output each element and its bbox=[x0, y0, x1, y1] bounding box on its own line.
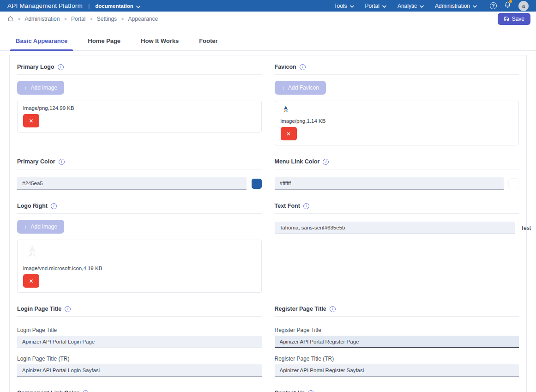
breadcrumb: > Administration > Portal > Settings > A… bbox=[7, 16, 158, 22]
uploaded-file-card: image/vnd.microsoft.icon,4.19 KB ✕ bbox=[17, 240, 262, 293]
home-icon[interactable] bbox=[7, 16, 13, 22]
menu-portal-label: Portal bbox=[365, 3, 379, 9]
chevron-down-icon bbox=[420, 3, 424, 9]
uploaded-file-card: image/png,1.14 KB ✕ bbox=[275, 101, 519, 145]
tab-how-it-works[interactable]: How It Works bbox=[139, 34, 181, 50]
register-page-title-input[interactable] bbox=[275, 336, 519, 348]
register-page-title-tr-input[interactable] bbox=[275, 364, 519, 377]
app-title: API Management Platform bbox=[7, 2, 83, 9]
save-button-label: Save bbox=[512, 16, 524, 22]
tab-home-page[interactable]: Home Page bbox=[86, 34, 122, 50]
remove-file-button[interactable]: ✕ bbox=[23, 274, 39, 288]
add-image-button[interactable]: + Add image bbox=[17, 220, 64, 234]
info-icon[interactable]: i bbox=[59, 159, 65, 165]
section-title: Text Font bbox=[275, 203, 300, 209]
section-favicon: Favicon i + Add Favicon image/png,1.14 K… bbox=[275, 61, 519, 145]
menu-portal[interactable]: Portal bbox=[365, 3, 386, 9]
remove-file-button[interactable]: ✕ bbox=[281, 127, 297, 140]
top-navbar: API Management Platform | documentation … bbox=[0, 0, 536, 12]
info-icon[interactable]: i bbox=[58, 64, 64, 70]
breadcrumb-separator: > bbox=[121, 16, 124, 22]
add-image-label: Add image bbox=[31, 223, 57, 230]
breadcrumb-bar: > Administration > Portal > Settings > A… bbox=[0, 12, 536, 26]
tab-bar: Basic Appearance Home Page How It Works … bbox=[0, 34, 536, 51]
info-icon[interactable]: i bbox=[308, 390, 314, 392]
plus-icon: + bbox=[24, 85, 28, 91]
close-icon: ✕ bbox=[286, 131, 291, 137]
navbar-icons: ? a bbox=[490, 1, 529, 11]
info-icon[interactable]: i bbox=[300, 64, 306, 70]
breadcrumb-portal[interactable]: Portal bbox=[71, 16, 85, 22]
menu-analytic-label: Analytic bbox=[397, 3, 417, 9]
field-label: Login Page Title bbox=[17, 327, 262, 333]
section-title: Contact Us bbox=[275, 390, 305, 392]
section-title: Favicon bbox=[275, 64, 296, 70]
chevron-down-icon bbox=[382, 3, 386, 9]
breadcrumb-administration[interactable]: Administration bbox=[24, 16, 60, 22]
navbar-menu: Tools Portal Analytic Administration ? a bbox=[334, 1, 529, 11]
chevron-down-icon bbox=[136, 2, 140, 10]
tab-basic-appearance[interactable]: Basic Appearance bbox=[14, 34, 69, 50]
field-label: Register Page Title bbox=[275, 327, 519, 333]
file-info: image/png,1.14 KB bbox=[281, 118, 513, 124]
primary-color-input[interactable] bbox=[17, 177, 247, 190]
notification-badge bbox=[509, 0, 512, 3]
section-title: Component Link Color bbox=[17, 390, 79, 392]
info-icon[interactable]: i bbox=[83, 390, 89, 392]
login-page-title-input[interactable] bbox=[17, 336, 262, 348]
plus-icon: + bbox=[24, 224, 28, 230]
section-text-font: Text Font i Test bbox=[275, 200, 519, 234]
section-title: Logo Right bbox=[17, 203, 48, 209]
navbar-divider: | bbox=[88, 2, 90, 9]
add-favicon-label: Add Favicon bbox=[288, 84, 319, 91]
section-title: Primary Color bbox=[17, 158, 55, 165]
tab-footer[interactable]: Footer bbox=[197, 34, 219, 50]
breadcrumb-separator: > bbox=[90, 16, 92, 22]
save-button[interactable]: Save bbox=[498, 13, 530, 25]
breadcrumb-settings[interactable]: Settings bbox=[97, 16, 117, 22]
menu-tools[interactable]: Tools bbox=[334, 3, 354, 9]
info-icon[interactable]: i bbox=[51, 203, 57, 209]
menu-analytic[interactable]: Analytic bbox=[397, 3, 424, 9]
menu-link-color-swatch[interactable] bbox=[509, 179, 519, 189]
chevron-down-icon bbox=[473, 3, 477, 9]
uploaded-file-card: image/png,124.99 KB ✕ bbox=[17, 101, 262, 133]
section-component-link-color: Component Link Color i bbox=[17, 387, 262, 392]
remove-file-button[interactable]: ✕ bbox=[23, 114, 39, 127]
section-register-page-title: Register Page Title i Register Page Titl… bbox=[275, 303, 519, 377]
section-contact-us: Contact Us i bbox=[275, 387, 519, 392]
section-title: Register Page Title bbox=[275, 306, 326, 312]
menu-administration[interactable]: Administration bbox=[435, 3, 477, 9]
section-logo-right: Logo Right i + Add image image/vnd.micro… bbox=[17, 200, 262, 293]
breadcrumb-appearance[interactable]: Appearance bbox=[128, 16, 158, 22]
field-label: Login Page Title (TR) bbox=[17, 356, 262, 362]
text-font-input[interactable] bbox=[275, 222, 515, 234]
section-title: Login Page Title bbox=[17, 306, 61, 312]
file-info: image/png,124.99 KB bbox=[23, 105, 256, 111]
project-switcher[interactable]: documentation bbox=[95, 2, 140, 10]
notifications-button[interactable] bbox=[504, 1, 511, 10]
info-icon[interactable]: i bbox=[323, 159, 329, 165]
primary-color-swatch[interactable] bbox=[252, 179, 262, 189]
section-login-page-title: Login Page Title i Login Page Title Logi… bbox=[17, 303, 262, 377]
save-icon bbox=[504, 16, 509, 22]
favicon-preview-image bbox=[281, 105, 513, 117]
add-favicon-button[interactable]: + Add Favicon bbox=[275, 81, 326, 95]
info-icon[interactable]: i bbox=[65, 306, 71, 312]
close-icon: ✕ bbox=[29, 278, 33, 284]
project-name: documentation bbox=[95, 3, 133, 9]
close-icon: ✕ bbox=[29, 118, 33, 124]
test-font-button[interactable]: Test bbox=[521, 225, 531, 231]
info-icon[interactable]: i bbox=[303, 203, 309, 209]
plus-icon: + bbox=[282, 85, 285, 91]
info-icon[interactable]: i bbox=[330, 306, 336, 312]
menu-tools-label: Tools bbox=[334, 3, 347, 9]
section-title: Menu Link Color bbox=[275, 158, 320, 165]
login-page-title-tr-input[interactable] bbox=[17, 364, 262, 377]
avatar[interactable]: a bbox=[518, 1, 529, 11]
breadcrumb-separator: > bbox=[64, 16, 66, 22]
help-icon[interactable]: ? bbox=[490, 2, 497, 9]
menu-link-color-input[interactable] bbox=[275, 177, 504, 190]
add-image-button[interactable]: + Add image bbox=[17, 81, 64, 95]
breadcrumb-separator: > bbox=[18, 16, 20, 22]
